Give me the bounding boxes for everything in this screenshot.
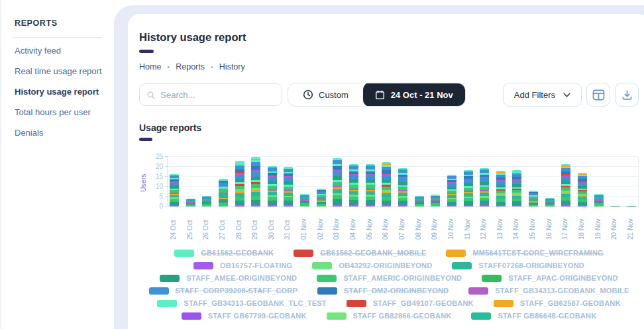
breadcrumb-reports[interactable]: Reports [176, 62, 205, 71]
stacked-bar-26-oct[interactable] [202, 196, 211, 207]
x-tick-label: 06 Nov [382, 211, 389, 240]
legend-label: OB43292-ORIGINBEYOND [339, 261, 432, 269]
stacked-bar-16-nov[interactable] [545, 198, 555, 207]
legend-item[interactable]: STAFF_AMEE-ORIGINBEYOND [160, 274, 297, 282]
legend-swatch [317, 287, 337, 295]
y-tick-label: 10 [156, 183, 163, 190]
stacked-bar-01-nov[interactable] [300, 194, 309, 207]
sidebar-item-activity-feed[interactable]: Activity feed [15, 40, 102, 61]
bar-segment [235, 205, 244, 207]
legend-item[interactable]: STAFF_GB49107-GEOBANK [347, 299, 474, 307]
table-columns-button[interactable] [586, 83, 610, 107]
legend-swatch [160, 275, 180, 282]
stacked-bar-13-nov[interactable] [496, 171, 506, 207]
x-tick-label: 12 Nov [480, 211, 487, 240]
search-box[interactable] [139, 83, 282, 106]
legend-item[interactable]: STAFF_APAC-ORIGINBEYOND [482, 274, 618, 282]
legend-item[interactable]: MM5641TEST-CORE_WIREFRAMING [446, 249, 603, 257]
stacked-bar-09-nov[interactable] [431, 195, 440, 207]
stacked-bar-15-nov[interactable] [529, 191, 538, 207]
legend-swatch [347, 300, 366, 307]
stacked-bar-05-nov[interactable] [366, 164, 375, 207]
x-tick-label: 09 Nov [431, 211, 438, 240]
stacked-bar-24-oct[interactable] [170, 174, 179, 207]
stacked-bar-08-nov[interactable] [415, 196, 424, 207]
sidebar-item-denials[interactable]: Denials [15, 122, 102, 143]
legend-item[interactable]: STAFF_GB34313-GEOBANK_MOBILE [468, 287, 629, 295]
bar-cell: 26 Oct [202, 157, 211, 207]
stacked-bar-20-nov[interactable] [610, 206, 619, 207]
legend-item[interactable]: GB61562-GEOBANK_MOBILE [294, 249, 426, 257]
stacked-bar-07-nov[interactable] [398, 168, 407, 207]
legend-swatch [312, 262, 332, 269]
bar-segment [529, 205, 538, 207]
legend-item[interactable]: STAFF_GB62587-GEOBANK [494, 299, 621, 307]
stacked-bar-28-oct[interactable] [235, 161, 244, 207]
date-range-button[interactable]: 24 Oct - 21 Nov [363, 83, 465, 107]
legend-item[interactable]: STAFF_DM2-ORIGINBEYOND [317, 287, 449, 295]
legend-item[interactable]: STAFF GB67799-GEOBANK [182, 312, 307, 320]
breadcrumb-home[interactable]: Home [139, 62, 161, 71]
stacked-bar-27-oct[interactable] [219, 179, 228, 207]
stacked-bar-19-nov[interactable] [594, 194, 604, 207]
sidebar-item-real-time-usage-report[interactable]: Real time usage report [15, 61, 102, 81]
legend-item[interactable]: STAFF_AMERIC-ORIGINBEYOND [317, 274, 462, 282]
stacked-bar-04-nov[interactable] [349, 164, 358, 207]
sidebar-item-history-usage-report[interactable]: History usage report [15, 81, 102, 102]
add-filters-label: Add Filters [514, 90, 555, 100]
breadcrumb-separator: • [167, 63, 170, 71]
stacked-bar-11-nov[interactable] [464, 170, 473, 207]
x-tick-label: 10 Nov [447, 211, 455, 240]
add-filters-button[interactable]: Add Filters [503, 83, 582, 107]
bar-segment [627, 206, 636, 207]
content-card: History usage report Home • Reports • Hi… [128, 14, 644, 329]
bar-cell: 06 Nov [382, 157, 391, 207]
stacked-bar-03-nov[interactable] [333, 158, 342, 207]
x-tick-label: 19 Nov [594, 211, 602, 240]
legend-item[interactable]: STAFF07268-ORIGINBEYOND [452, 261, 584, 269]
download-button[interactable] [615, 83, 639, 107]
bar-segment [202, 204, 211, 207]
stacked-bar-31-oct[interactable] [284, 167, 293, 207]
stacked-bar-02-nov[interactable] [317, 189, 326, 207]
stacked-bar-21-nov[interactable] [627, 206, 636, 207]
bar-segment [284, 205, 293, 207]
legend-swatch [317, 275, 337, 282]
legend-item[interactable]: STAFF_GB34313-GEOBANK_TLC_TEST [157, 299, 326, 307]
legend-item[interactable]: GB61562-GEOBANK [174, 249, 274, 257]
x-tick-label: 01 Nov [300, 211, 307, 240]
bar-cell: 05 Nov [366, 157, 375, 207]
y-tick-label: 20 [156, 163, 163, 170]
date-range-label: 24 Oct - 21 Nov [391, 90, 453, 100]
y-tick-label: 0 [159, 203, 163, 210]
stacked-bar-14-nov[interactable] [512, 170, 521, 207]
stacked-bar-29-oct[interactable] [251, 157, 260, 207]
legend-item[interactable]: STAFF GB82866-GEOBANK [327, 312, 452, 320]
stacked-bar-30-oct[interactable] [268, 166, 277, 207]
legend-item[interactable]: OB16757-FLOATING [193, 261, 292, 269]
stacked-bar-06-nov[interactable] [382, 162, 391, 207]
sidebar-item-total-hours-per-user[interactable]: Total hours per user [15, 102, 102, 122]
bar-segment [545, 205, 555, 207]
custom-range-button[interactable]: Custom [288, 83, 363, 106]
legend-label: STAFF_GB34313-GEOBANK_TLC_TEST [184, 299, 326, 307]
legend-swatch [174, 250, 194, 257]
stacked-bar-17-nov[interactable] [561, 164, 570, 207]
chevron-down-icon [563, 93, 570, 97]
bar-cell: 20 Nov [610, 157, 619, 207]
stacked-bar-10-nov[interactable] [447, 175, 456, 207]
legend-label: STAFF GB86648-GEOBANK [498, 312, 596, 320]
bar-cell: 17 Nov [561, 157, 570, 207]
legend-label: STAFF_GB62587-GEOBANK [520, 299, 621, 307]
legend-row: STAFF_AMEE-ORIGINBEYONDSTAFF_AMERIC-ORIG… [139, 274, 639, 282]
stacked-bar-12-nov[interactable] [480, 168, 489, 207]
legend-item[interactable]: STAFF_CORP39208-STAFF_CORP [149, 287, 298, 295]
breadcrumb-history[interactable]: History [219, 62, 245, 71]
sidebar: REPORTS Activity feedReal time usage rep… [0, 0, 114, 329]
search-icon [146, 90, 155, 100]
stacked-bar-18-nov[interactable] [578, 173, 587, 207]
legend-item[interactable]: OB43292-ORIGINBEYOND [312, 261, 432, 269]
legend-item[interactable]: STAFF GB86648-GEOBANK [471, 312, 596, 320]
search-input[interactable] [160, 90, 275, 100]
stacked-bar-25-oct[interactable] [186, 199, 195, 207]
